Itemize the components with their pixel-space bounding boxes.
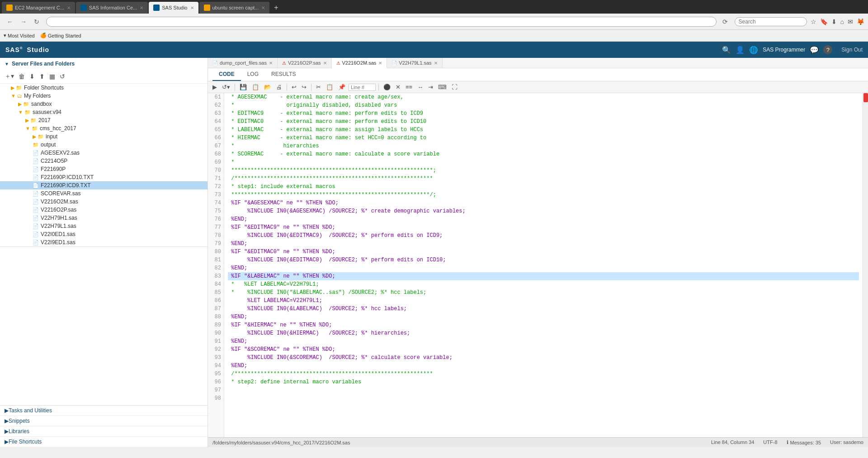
tab-close-ubuntu[interactable]: ✕ [261, 5, 265, 10]
address-bar[interactable]: ec2-54-85-70-91.compute-1.amazonaws.com/… [46, 17, 717, 27]
tab-close-ec2[interactable]: ✕ [67, 5, 71, 10]
clear-breakpoints-button[interactable]: ✕ [394, 83, 402, 91]
copy-button[interactable]: 📋 [324, 83, 335, 91]
v22h79l1-icon: 📄 [33, 223, 39, 229]
sub-tab-code[interactable]: CODE [212, 68, 241, 81]
v2216o2p-label: V2216O2P.sas [41, 207, 76, 213]
tree-item-c2214o5p[interactable]: 📄 C2214O5P [0, 157, 208, 165]
line-number-input[interactable] [349, 84, 376, 91]
sub-tab-log[interactable]: LOG [241, 68, 265, 81]
help-search-icon[interactable]: 🔍 [722, 46, 731, 54]
editor-tab-dump-cport[interactable]: 📄 dump_cport_files.sas ✕ [208, 58, 278, 68]
undo-button[interactable]: ↩ [290, 83, 298, 91]
tree-item-sasuser[interactable]: ▼ 📁 sasuser.v94 [0, 108, 208, 116]
bookmark-icon[interactable]: 🔖 [820, 18, 828, 25]
user-profile-icon[interactable]: 👤 [736, 46, 745, 54]
chat-icon[interactable]: 💬 [810, 46, 819, 54]
vertical-scrollbar[interactable] [863, 93, 868, 437]
home-icon[interactable]: ⌂ [840, 18, 844, 25]
tree-item-v22i0ed1[interactable]: 📄 V22I0ED1.sas [0, 230, 208, 238]
bookmark-star-icon[interactable]: ☆ [811, 18, 816, 25]
upload-button[interactable]: ⬆ [38, 72, 46, 81]
run-button[interactable]: ▶ [211, 83, 219, 91]
step-button[interactable]: ↔ [415, 83, 425, 91]
print-button[interactable]: 🖨 [274, 83, 284, 91]
tree-item-output[interactable]: 📁 output [0, 141, 208, 149]
editor-tab-v22h79l1-close[interactable]: ✕ [434, 61, 438, 66]
sub-tab-results[interactable]: RESULTS [265, 68, 302, 81]
editor-tab-v2216o2m-close[interactable]: ✕ [378, 61, 382, 66]
tree-item-sandbox[interactable]: ▶ 📁 sandbox [0, 100, 208, 108]
toggle-breakpoint-button[interactable]: ⚫ [382, 83, 392, 91]
new-item-button[interactable]: ＋▾ [4, 71, 15, 81]
user-menu[interactable]: SAS Programmer [763, 47, 805, 53]
firefox-icon[interactable]: 🦊 [857, 18, 864, 25]
browser-tab-ec2[interactable]: EC2 Management C... ✕ [2, 2, 75, 14]
table-button[interactable]: ▦ [48, 72, 56, 81]
indent-button[interactable]: ⇥ [426, 83, 435, 91]
tree-item-cms-hcc[interactable]: ▼ 📁 cms_hcc_2017 [0, 124, 208, 132]
line-number: 93 [211, 354, 221, 362]
tree-item-f221690p-icd9[interactable]: 📄 F221690P.ICD9.TXT [0, 181, 208, 189]
tree-item-input[interactable]: ▶ 📁 input [0, 132, 208, 141]
tab-close-sas-info[interactable]: ✕ [140, 5, 143, 10]
question-icon[interactable]: ? [823, 45, 832, 54]
cut-button[interactable]: ✂ [314, 83, 323, 91]
editor-tab-v2216o2m[interactable]: ⚠ V2216O2M.sas ✕ [332, 58, 387, 68]
delete-button[interactable]: 🗑 [18, 72, 26, 81]
download-icon[interactable]: ⬇ [831, 18, 837, 25]
tree-item-scorevar[interactable]: 📄 SCOREVAR.sas [0, 189, 208, 198]
f221690p-icd10-label: F221690P.ICD10.TXT [41, 174, 94, 180]
editor-tab-v2216o2p[interactable]: ⚠ V2216O2P.sas ✕ [278, 58, 332, 68]
back-button[interactable]: ← [4, 17, 16, 27]
refresh-button[interactable]: ↻ [31, 17, 42, 27]
new-tab-button[interactable]: + [270, 2, 282, 14]
browser-tab-sas-info[interactable]: SAS Information Ce... ✕ [76, 2, 148, 14]
browser-tab-ubuntu[interactable]: ubuntu screen capt... ✕ [199, 2, 270, 14]
shortcut-button[interactable]: ⌨ [436, 83, 448, 91]
open-button[interactable]: 📂 [262, 83, 273, 91]
forward-button[interactable]: → [17, 17, 30, 27]
sidebar-files-title[interactable]: ▼ Server Files and Folders [0, 58, 208, 70]
code-content[interactable]: * AGESEXMAC - external macro name: creat… [224, 93, 863, 437]
tree-item-my-folders[interactable]: ▼ 🗂 My Folders [0, 92, 208, 100]
bookmark-getting-started[interactable]: 🍊 Getting Started [40, 33, 81, 38]
tree-item-v2216o2p[interactable]: 📄 V2216O2P.sas [0, 206, 208, 214]
download-button[interactable]: ⬇ [28, 72, 36, 81]
tree-item-f221690p-icd10[interactable]: 📄 F221690P.ICD10.TXT [0, 173, 208, 181]
tree-item-agesexv2[interactable]: 📄 AGESEXV2.sas [0, 149, 208, 157]
fullscreen-button[interactable]: ⛶ [450, 83, 459, 91]
tab-close-sas-studio[interactable]: ✕ [190, 5, 194, 10]
refresh-tree-button[interactable]: ↺ [59, 72, 66, 81]
tree-item-v22i9ed1[interactable]: 📄 V22I9ED1.sas [0, 238, 208, 246]
line-number: 96 [211, 378, 221, 386]
undo-history-button[interactable]: ↺▾ [220, 83, 232, 91]
tree-item-f221690p[interactable]: 📄 F221690P [0, 165, 208, 173]
format-button[interactable]: ≡≡ [404, 83, 414, 91]
world-icon[interactable]: 🌐 [749, 46, 758, 54]
scrollbar-thumb[interactable] [863, 93, 868, 102]
libraries-section[interactable]: ▶ Libraries [0, 426, 208, 437]
tasks-utilities-section[interactable]: ▶ Tasks and Utilities [0, 406, 208, 416]
tree-item-v22h79h1[interactable]: 📄 V22H79H1.sas [0, 214, 208, 222]
save-button[interactable]: 💾 [238, 83, 249, 91]
tree-item-v2216o2m[interactable]: 📄 V2216O2M.sas [0, 198, 208, 206]
tab-favicon-sas-studio [153, 5, 160, 11]
mail-icon[interactable]: ✉ [848, 18, 853, 25]
snippets-section[interactable]: ▶ Snippets [0, 416, 208, 426]
file-shortcuts-section[interactable]: ▶ File Shortcuts [0, 437, 208, 447]
tree-item-folder-shortcuts[interactable]: ▶ 📁 Folder Shortcuts [0, 84, 208, 92]
save-as-button[interactable]: 📋 [250, 83, 261, 91]
tree-item-v22h79l1[interactable]: 📄 V22H79L1.sas [0, 222, 208, 230]
editor-tab-dump-cport-close[interactable]: ✕ [269, 61, 273, 66]
reload-button[interactable]: ⟳ [719, 17, 731, 27]
sign-out-button[interactable]: Sign Out [841, 47, 863, 53]
browser-tab-sas-studio[interactable]: SAS Studio ✕ [149, 2, 198, 14]
bookmark-most-visited[interactable]: ▾ Most Visited [4, 33, 35, 38]
tree-item-2017[interactable]: ▶ 📁 2017 [0, 116, 208, 124]
editor-tab-v2216o2p-close[interactable]: ✕ [323, 61, 327, 66]
search-input[interactable] [735, 17, 807, 26]
paste-button[interactable]: 📌 [336, 83, 347, 91]
redo-button[interactable]: ↪ [300, 83, 308, 91]
editor-tab-v22h79l1[interactable]: 📄 V22H79L1.sas ✕ [387, 58, 442, 68]
